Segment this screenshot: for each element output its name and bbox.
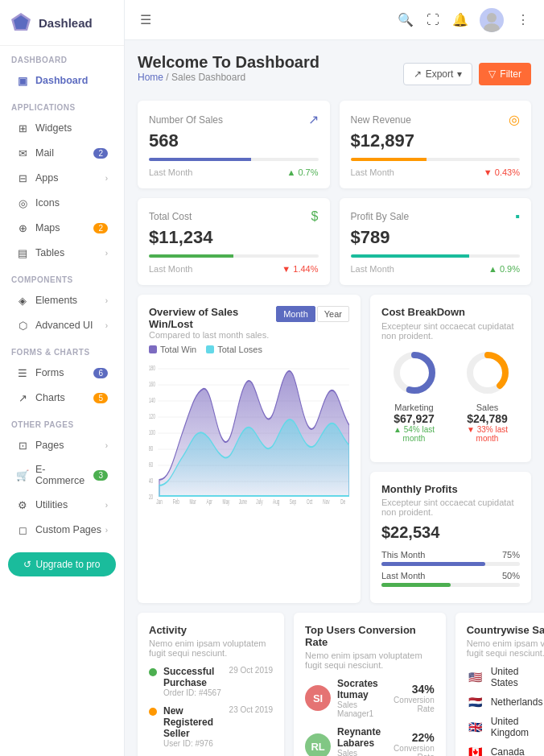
stat-footer-num-sales: Last Month ▲ 0.7%	[149, 167, 319, 177]
stat-card-new-revenue: New Revenue ◎ $12,897 Last Month ▼ 0.43%	[340, 101, 532, 188]
upgrade-label: Upgrade to pro	[35, 559, 100, 570]
user-avatar: SI	[305, 685, 331, 711]
search-icon[interactable]: 🔍	[398, 12, 414, 28]
stat-label-text: New Revenue	[351, 114, 411, 126]
sales-value: $24,789	[455, 412, 520, 425]
dashboard-icon: ▣	[16, 74, 29, 87]
country-item: 🇳🇱 Netherlands $11,789	[467, 696, 544, 708]
ecommerce-icon: 🛒	[16, 469, 29, 481]
country-sub: Nemo enim ipsam voluptatem fugit sequi n…	[467, 638, 544, 658]
stat-footer-profit-sale: Last Month ▲ 0.9%	[351, 264, 521, 274]
sidebar-item-label-pages: Pages	[35, 440, 64, 451]
user-info: Reynante Labares Sales Manager2	[337, 726, 381, 756]
marketing-value: $67,927	[381, 412, 447, 425]
last-month-bar-fill	[381, 583, 451, 587]
user-item: RL Reynante Labares Sales Manager2 22% C…	[305, 726, 435, 756]
sidebar-item-advanced-ui[interactable]: ⬡Advanced UI›	[5, 313, 119, 337]
hamburger-icon[interactable]: ☰	[138, 12, 154, 28]
right-side-cards: Cost BreakDown Excepteur sint occaecat c…	[370, 295, 531, 603]
last-month-label: Last Month 50%	[381, 571, 520, 580]
sidebar-item-maps[interactable]: ⊕Maps2	[5, 216, 119, 240]
user-rate: 34% Conversion Rate	[385, 683, 435, 713]
activity-item: Successful Purchase Order ID: #4567 29 O…	[149, 666, 273, 697]
user-role: Sales Manager1	[337, 700, 378, 718]
activity-date: 29 Oct 2019	[229, 666, 273, 675]
svg-text:Jan: Jan	[156, 498, 163, 506]
sidebar-item-elements[interactable]: ◈Elements›	[5, 288, 119, 312]
toggle-month[interactable]: Month	[276, 306, 315, 322]
activity-dot	[149, 708, 157, 716]
sidebar-item-icons[interactable]: ◎Icons	[5, 191, 119, 215]
svg-text:June: June	[239, 498, 247, 506]
breadcrumb-home[interactable]: Home	[138, 72, 163, 83]
chart-toggle: Month Year	[276, 306, 349, 322]
activity-card: Activity Nemo enim ipsam voluptatem fugi…	[138, 613, 284, 756]
user-rate-label: Conversion Rate	[387, 744, 435, 756]
sidebar-item-forms[interactable]: ☰Forms6	[5, 361, 119, 385]
activity-id: User ID: #976	[163, 739, 223, 748]
this-month-text: This Month	[381, 550, 425, 560]
stat-icon-num-sales: ↗	[308, 112, 319, 127]
conversion-list: SI Socrates Itumay Sales Manager1 34% Co…	[305, 678, 435, 756]
sidebar-item-utilities[interactable]: ⚙Utilities›	[5, 493, 119, 517]
sidebar-section-label: APPLICATIONS	[0, 93, 124, 115]
header-actions: ↗ Export ▾ ▽ Filter	[403, 63, 531, 85]
sidebar-item-widgets[interactable]: ⊞Widgets	[5, 116, 119, 140]
logo-icon	[10, 11, 32, 34]
monthly-sub: Excepteur sint occaecat cupidatat non pr…	[381, 498, 520, 517]
user-item: SI Socrates Itumay Sales Manager1 34% Co…	[305, 678, 435, 718]
mid-row: Overview of Sales Win/Lost Compared to l…	[138, 295, 531, 603]
tables-chevron: ›	[105, 249, 108, 258]
conversion-sub: Nemo enim ipsam voluptatem fugit sequi n…	[305, 651, 435, 670]
stat-bar-profit-sale	[351, 254, 521, 258]
country-name: Netherlands	[491, 696, 543, 708]
sidebar-item-charts[interactable]: ↗Charts5	[5, 386, 119, 410]
export-button[interactable]: ↗ Export ▾	[403, 63, 473, 85]
stat-change-total-cost: ▼ 1.44%	[282, 264, 318, 274]
sidebar-item-tables[interactable]: ▤Tables›	[5, 241, 119, 265]
svg-text:Aug: Aug	[273, 498, 279, 506]
apps-chevron: ›	[105, 174, 108, 183]
bell-icon[interactable]: 🔔	[452, 12, 468, 28]
sidebar-item-pages[interactable]: ⊡Pages›	[5, 433, 119, 457]
breakdown-sub: Excepteur sint occaecat cupidatat non pr…	[381, 321, 520, 341]
filter-button[interactable]: ▽ Filter	[479, 63, 531, 85]
svg-text:140: 140	[149, 396, 155, 404]
stat-icon-profit-sale: ▪	[515, 209, 520, 224]
chart-legend: Total Win Total Loses	[149, 345, 349, 354]
sidebar-item-label-dashboard: Dashboard	[35, 75, 88, 86]
stat-bar-num-sales	[149, 158, 319, 161]
svg-text:Oct: Oct	[307, 498, 312, 506]
country-card: Countrywise Sales Nemo enim ipsam volupt…	[455, 613, 544, 756]
user-info: Socrates Itumay Sales Manager1	[337, 678, 378, 718]
svg-point-3	[484, 23, 500, 32]
sidebar-section-label: COMPONENTS	[0, 266, 124, 287]
breadcrumb-current: Sales Dashboard	[171, 72, 245, 83]
user-rate: 22% Conversion Rate	[387, 731, 435, 756]
svg-text:60: 60	[149, 461, 153, 469]
this-month-bar-fill	[381, 562, 485, 566]
sidebar-item-custom-pages[interactable]: ◻Custom Pages›	[5, 518, 119, 542]
stat-footer-label: Last Month	[351, 167, 394, 177]
svg-text:120: 120	[149, 412, 155, 420]
stat-label-num-sales: Number Of Sales ↗	[149, 112, 319, 127]
stat-label-text: Profit By Sale	[351, 211, 410, 222]
maps-badge: 2	[93, 223, 108, 233]
avatar[interactable]	[480, 8, 504, 32]
toggle-year[interactable]: Year	[317, 306, 349, 322]
sidebar-item-dashboard[interactable]: ▣Dashboard	[5, 68, 119, 93]
logo-text: Dashlead	[39, 16, 93, 30]
activity-id: Order ID: #4567	[163, 688, 223, 697]
sidebar-section-label: DASHBOARD	[0, 46, 124, 68]
activity-info: New Registered Seller User ID: #976	[163, 705, 223, 748]
sales-label: Sales	[455, 403, 520, 412]
upgrade-button[interactable]: ↺ Upgrade to pro	[8, 552, 116, 576]
topbar-left: ☰	[138, 12, 388, 28]
menu-icon[interactable]: ⋮	[515, 12, 531, 28]
sidebar-item-mail[interactable]: ✉Mail2	[5, 141, 119, 165]
chart-title: Overview of Sales Win/Lost	[149, 306, 276, 330]
sidebar-item-apps[interactable]: ⊟Apps›	[5, 166, 119, 190]
sidebar-item-ecommerce[interactable]: 🛒E-Commerce3	[5, 458, 119, 492]
expand-icon[interactable]: ⛶	[425, 12, 441, 28]
monthly-title: Monthly Profits	[381, 483, 520, 495]
